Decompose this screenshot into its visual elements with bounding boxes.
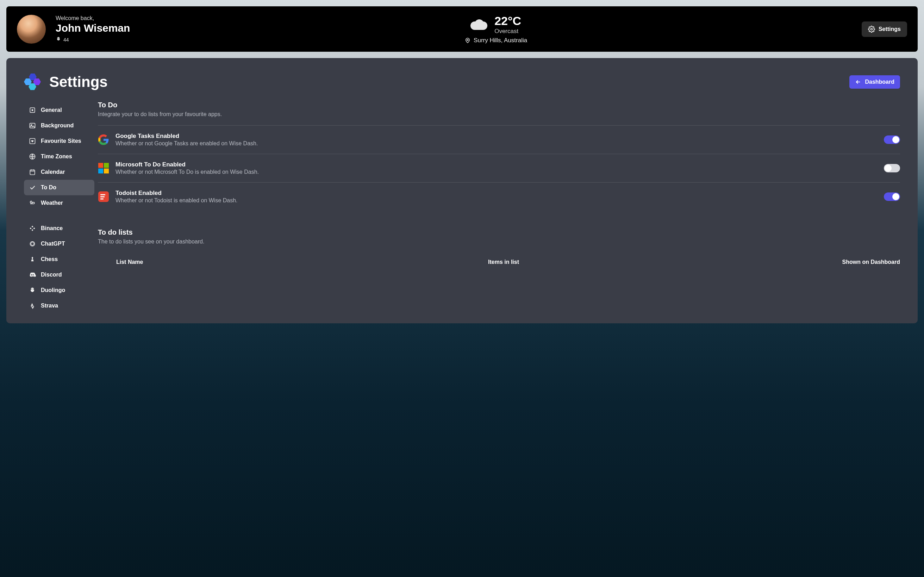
section-title: To Do bbox=[98, 101, 900, 109]
welcome-text: Welcome back, bbox=[56, 15, 130, 21]
google-tasks-toggle[interactable] bbox=[884, 135, 900, 144]
chatgpt-icon bbox=[29, 240, 36, 247]
page-title: Settings bbox=[49, 74, 108, 90]
weather-icon bbox=[29, 200, 36, 206]
svg-point-0 bbox=[467, 39, 468, 41]
calendar-icon bbox=[29, 169, 36, 176]
sidebar-item-strava[interactable]: Strava bbox=[24, 298, 94, 313]
image-icon bbox=[29, 122, 36, 129]
google-icon bbox=[98, 134, 109, 145]
sidebar-item-chatgpt[interactable]: ChatGPT bbox=[24, 236, 94, 251]
settings-sidebar: General Background Favourite Sites Time … bbox=[24, 101, 94, 323]
setting-row-google-tasks: Google Tasks Enabled Whether or not Goog… bbox=[98, 126, 900, 154]
heart-box-icon bbox=[29, 137, 36, 145]
discord-icon bbox=[29, 271, 36, 278]
sidebar-item-label: Duolingo bbox=[41, 287, 65, 293]
owl-icon bbox=[56, 36, 61, 43]
sidebar-item-label: Strava bbox=[41, 303, 58, 309]
points-count: 44 bbox=[63, 37, 69, 43]
setting-row-todoist: Todoist Enabled Whether or not Todoist i… bbox=[98, 182, 900, 211]
settings-panel: Settings Dashboard General Background Fa bbox=[6, 58, 918, 323]
settings-button-label: Settings bbox=[879, 26, 901, 32]
sidebar-item-time-zones[interactable]: Time Zones bbox=[24, 149, 94, 164]
setting-description: Whether or not Google Tasks are enabled … bbox=[115, 140, 877, 147]
setting-description: Whether or not Todoist is enabled on Wis… bbox=[115, 197, 877, 204]
gear-icon bbox=[868, 26, 875, 33]
settings-main: To Do Integrate your to do lists from yo… bbox=[94, 101, 900, 323]
sidebar-item-label: Calendar bbox=[41, 169, 65, 175]
sidebar-item-label: Binance bbox=[41, 225, 63, 232]
square-target-icon bbox=[29, 106, 36, 114]
duolingo-owl-icon bbox=[29, 287, 36, 294]
sidebar-item-chess[interactable]: Chess bbox=[24, 251, 94, 267]
sidebar-item-favourite-sites[interactable]: Favourite Sites bbox=[24, 133, 94, 149]
setting-description: Whether or not Microsoft To Do is enable… bbox=[115, 169, 877, 175]
sidebar-item-background[interactable]: Background bbox=[24, 118, 94, 133]
sidebar-item-label: Favourite Sites bbox=[41, 138, 81, 144]
lists-table-header: List Name Items in list Shown on Dashboa… bbox=[98, 253, 900, 269]
arrow-left-icon bbox=[855, 79, 861, 85]
svg-rect-8 bbox=[30, 170, 34, 174]
globe-icon bbox=[29, 153, 36, 160]
sidebar-item-label: Chess bbox=[41, 256, 58, 263]
sidebar-item-label: Discord bbox=[41, 272, 62, 278]
setting-row-microsoft-todo: Microsoft To Do Enabled Whether or not M… bbox=[98, 154, 900, 182]
location-text: Surry Hills, Australia bbox=[473, 37, 527, 44]
user-info: Welcome back, John Wiseman 44 bbox=[56, 15, 130, 43]
todoist-toggle[interactable] bbox=[884, 192, 900, 201]
lists-section-description: The to do lists you see on your dashboar… bbox=[98, 239, 900, 245]
sidebar-item-label: ChatGPT bbox=[41, 241, 65, 247]
microsoft-todo-toggle[interactable] bbox=[884, 164, 900, 172]
cloud-icon bbox=[470, 19, 487, 30]
strava-icon bbox=[29, 302, 36, 309]
svg-point-1 bbox=[871, 28, 872, 30]
sidebar-item-label: To Do bbox=[41, 184, 57, 191]
username: John Wiseman bbox=[56, 22, 130, 34]
sidebar-item-general[interactable]: General bbox=[24, 102, 94, 118]
binance-icon bbox=[29, 225, 36, 232]
sidebar-item-label: Time Zones bbox=[41, 153, 72, 160]
microsoft-icon bbox=[98, 163, 109, 174]
sidebar-item-binance[interactable]: Binance bbox=[24, 221, 94, 236]
dashboard-button[interactable]: Dashboard bbox=[849, 75, 900, 89]
todoist-icon bbox=[98, 191, 109, 202]
lists-section-title: To do lists bbox=[98, 228, 900, 237]
sidebar-item-label: General bbox=[41, 107, 62, 113]
svg-point-3 bbox=[32, 110, 33, 110]
setting-title: Google Tasks Enabled bbox=[115, 133, 877, 140]
avatar[interactable] bbox=[17, 15, 46, 44]
section-description: Integrate your to do lists from your fav… bbox=[98, 111, 900, 118]
column-list-name: List Name bbox=[116, 259, 488, 265]
setting-title: Todoist Enabled bbox=[115, 190, 877, 197]
weather-condition: Overcast bbox=[494, 28, 521, 35]
sidebar-item-duolingo[interactable]: Duolingo bbox=[24, 282, 94, 298]
temperature: 22°C bbox=[494, 14, 521, 28]
settings-button[interactable]: Settings bbox=[862, 21, 907, 37]
dashboard-button-label: Dashboard bbox=[865, 79, 895, 85]
check-icon bbox=[29, 184, 36, 191]
weather-block: 22°C Overcast Surry Hills, Australia bbox=[446, 14, 545, 44]
column-items-in-list: Items in list bbox=[488, 259, 826, 265]
sidebar-item-weather[interactable]: Weather bbox=[24, 195, 94, 211]
app-logo-icon bbox=[24, 74, 41, 90]
sidebar-item-calendar[interactable]: Calendar bbox=[24, 164, 94, 180]
location-row: Surry Hills, Australia bbox=[464, 37, 527, 44]
sidebar-item-label: Background bbox=[41, 122, 74, 129]
location-icon bbox=[464, 37, 471, 44]
sidebar-item-to-do[interactable]: To Do bbox=[24, 180, 94, 195]
chess-pawn-icon bbox=[29, 256, 36, 263]
column-shown-on-dashboard: Shown on Dashboard bbox=[826, 259, 900, 265]
sidebar-item-label: Weather bbox=[41, 200, 63, 206]
setting-title: Microsoft To Do Enabled bbox=[115, 161, 877, 168]
sidebar-item-discord[interactable]: Discord bbox=[24, 267, 94, 282]
points-badge: 44 bbox=[56, 36, 130, 43]
top-bar: Welcome back, John Wiseman 44 22°C Overc… bbox=[6, 6, 918, 52]
